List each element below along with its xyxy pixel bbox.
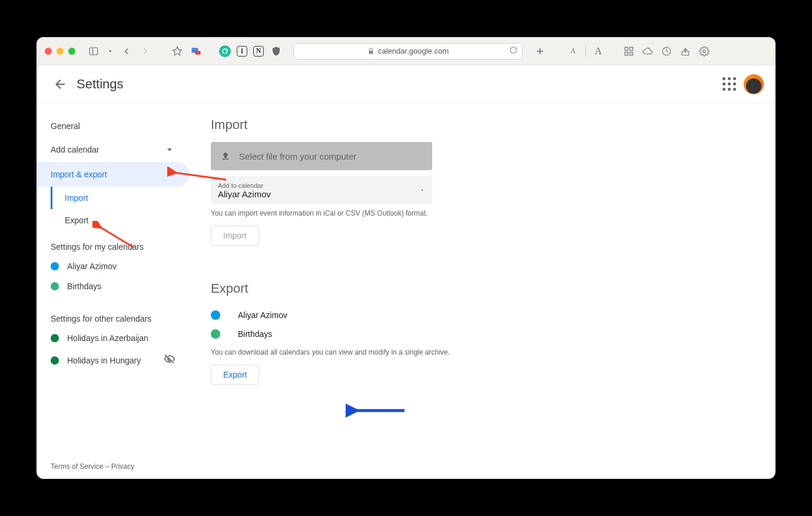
nav-add-calendar[interactable]: Add calendar — [37, 137, 190, 162]
calendar-name: Aliyar Azimov — [238, 310, 287, 320]
terms-link[interactable]: Terms of Service — [51, 462, 103, 471]
chevron-up-icon — [164, 168, 175, 180]
nav-sub-export-label: Export — [65, 216, 88, 225]
calendar-name: Holidays in Azerbaijan — [67, 333, 148, 343]
import-section: Import Select file from your computer Ad… — [211, 117, 754, 246]
select-file-label: Select file from your computer — [239, 151, 356, 161]
svg-rect-0 — [90, 48, 98, 55]
nav-back-icon[interactable] — [120, 45, 133, 58]
nav-sub-export[interactable]: Export — [37, 209, 190, 231]
calendar-color-dot — [51, 262, 59, 270]
calendar-color-dot — [51, 334, 59, 342]
svg-rect-9 — [625, 52, 628, 55]
export-section: Export Aliyar Azimov Birthdays You can d… — [211, 281, 754, 385]
my-calendar-item[interactable]: Birthdays — [37, 276, 190, 296]
other-calendars-label: Settings for other calendars — [37, 296, 190, 328]
svg-rect-10 — [630, 52, 633, 55]
main-content: Import Select file from your computer Ad… — [190, 103, 775, 458]
url-text: calendar.google.com — [378, 47, 449, 55]
close-window[interactable] — [45, 48, 52, 55]
nav-general-label: General — [51, 121, 80, 131]
my-calendars-label: Settings for my calendars — [37, 231, 190, 256]
extension-instapaper-icon[interactable]: I — [237, 46, 247, 57]
import-help-text: You can import event information in iCal… — [211, 209, 754, 217]
calendar-name: Holidays in Hungary — [67, 356, 141, 365]
visibility-off-icon[interactable] — [164, 353, 175, 367]
font-small-icon[interactable]: A — [566, 45, 579, 58]
maximize-window[interactable] — [68, 48, 75, 55]
browser-toolbar: I N calendar.google.com A A — [37, 37, 775, 65]
other-calendar-item[interactable]: Holidays in Hungary — [37, 348, 190, 372]
browser-window: I N calendar.google.com A A — [37, 37, 775, 479]
export-help-text: You can download all calendars you can v… — [211, 348, 754, 356]
reload-icon[interactable] — [509, 46, 518, 56]
bookmarks-icon[interactable] — [171, 45, 184, 58]
shield-icon[interactable] — [270, 45, 283, 58]
other-calendar-item[interactable]: Holidays in Azerbaijan — [37, 328, 190, 348]
app-header: Settings — [37, 65, 775, 103]
calendar-color-dot — [51, 356, 59, 365]
settings-gear-icon[interactable] — [698, 45, 711, 58]
dropdown-triangle-icon — [419, 187, 425, 193]
select-label: Add to calendar — [218, 182, 271, 189]
calendar-color-dot — [211, 329, 220, 339]
back-arrow-icon[interactable] — [48, 72, 72, 96]
user-avatar[interactable] — [744, 74, 764, 94]
svg-rect-4 — [195, 51, 200, 55]
export-calendar-item: Aliyar Azimov — [211, 306, 754, 325]
import-button[interactable]: Import — [211, 226, 259, 246]
chevron-down-icon — [164, 144, 175, 156]
extension-grammarly-icon[interactable] — [219, 45, 231, 57]
nav-add-calendar-label: Add calendar — [51, 145, 100, 154]
export-calendar-item: Birthdays — [211, 325, 754, 343]
extension-pip-icon[interactable] — [190, 45, 203, 58]
calendar-name: Aliyar Azimov — [67, 262, 117, 271]
add-to-calendar-select[interactable]: Add to calendar Aliyar Azimov — [211, 176, 432, 204]
svg-marker-2 — [173, 47, 182, 55]
lock-icon — [367, 48, 374, 55]
body-area: General Add calendar Import & export Imp… — [37, 103, 775, 458]
svg-rect-8 — [630, 47, 633, 50]
dropdown-icon[interactable] — [106, 45, 114, 58]
select-file-button[interactable]: Select file from your computer — [211, 142, 432, 170]
import-title: Import — [211, 117, 754, 133]
nav-general[interactable]: General — [37, 115, 190, 137]
window-controls — [45, 48, 75, 55]
extension-notion-icon[interactable]: N — [253, 46, 264, 57]
settings-sidebar: General Add calendar Import & export Imp… — [37, 103, 190, 458]
sidebar-toggle-icon[interactable] — [87, 45, 100, 58]
footer: Terms of Service – Privacy — [37, 458, 775, 479]
nav-import-export-label: Import & export — [51, 170, 107, 179]
share-icon[interactable] — [679, 45, 692, 58]
nav-sub-import[interactable]: Import — [51, 187, 190, 209]
nav-import-export[interactable]: Import & export — [37, 162, 190, 187]
export-button[interactable]: Export — [211, 365, 259, 385]
cloud-icon[interactable] — [641, 45, 654, 58]
calendar-name: Birthdays — [67, 282, 101, 291]
font-large-icon[interactable]: A — [592, 45, 605, 58]
upload-icon — [220, 151, 231, 161]
app-content: Settings General Add calendar — [37, 65, 775, 479]
export-title: Export — [211, 281, 754, 296]
page-title: Settings — [77, 77, 124, 92]
calendar-color-dot — [51, 282, 59, 290]
privacy-link[interactable]: Privacy — [111, 462, 134, 471]
history-icon[interactable] — [660, 45, 673, 58]
calendar-name: Birthdays — [238, 329, 272, 339]
nav-forward-icon[interactable] — [139, 45, 152, 58]
calendar-color-dot — [211, 310, 220, 320]
select-value: Aliyar Azimov — [218, 189, 271, 199]
svg-point-13 — [703, 49, 706, 52]
nav-sub-import-label: Import — [65, 193, 88, 203]
apps-grid-icon[interactable] — [722, 77, 737, 91]
address-bar[interactable]: calendar.google.com — [293, 43, 523, 59]
new-tab-icon[interactable] — [533, 45, 546, 58]
tabs-overview-icon[interactable] — [622, 45, 635, 58]
my-calendar-item[interactable]: Aliyar Azimov — [37, 256, 190, 276]
minimize-window[interactable] — [57, 48, 64, 55]
footer-separator: – — [103, 462, 111, 471]
svg-rect-7 — [625, 47, 628, 50]
